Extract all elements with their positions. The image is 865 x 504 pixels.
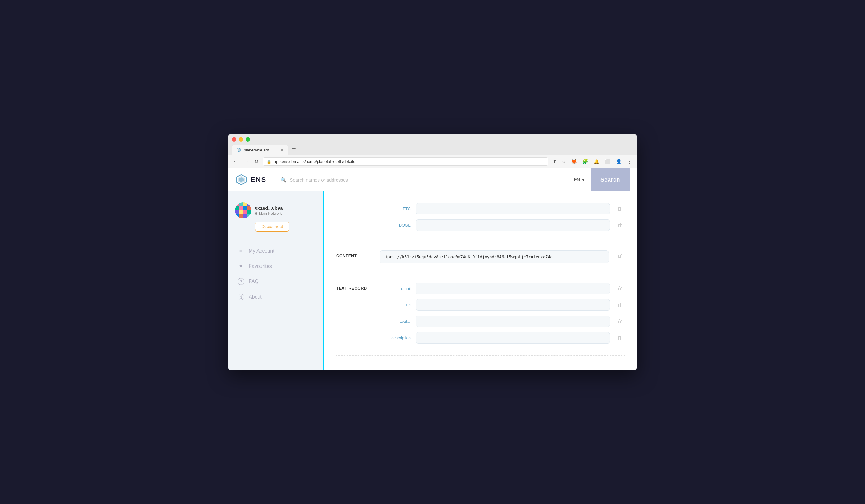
search-button[interactable]: Search [590,168,630,191]
refresh-button[interactable]: ↻ [253,158,260,165]
minimize-button[interactable] [239,137,243,141]
avatar-delete-button[interactable]: 🗑 [615,317,625,326]
sidebar-item-my-account[interactable]: ≡ My Account [232,244,318,258]
svg-rect-20 [243,214,247,219]
svg-rect-8 [243,202,247,207]
avatar-key: avatar [380,319,411,324]
crypto-section: ETC 🗑 DOGE 🗑 [336,191,625,243]
tab-close-button[interactable]: ✕ [280,148,284,152]
sidebar-label-favourites: Favourites [249,263,272,269]
avatar-input[interactable] [416,316,610,327]
ens-header: ENS 🔍 Search names or addresses EN ▼ Sea… [228,168,637,191]
ens-logo-text: ENS [251,176,266,184]
profile-button[interactable]: 👤 [614,158,623,165]
back-button[interactable]: ← [232,158,239,165]
svg-rect-21 [247,214,251,219]
heart-icon: ♥ [238,263,244,269]
content-value-input[interactable] [380,250,609,263]
email-key: email [380,286,411,291]
lang-selector[interactable]: EN ▼ [574,177,586,182]
info-icon: ℹ [238,294,244,301]
doge-delete-button[interactable]: 🗑 [615,221,625,229]
url-delete-button[interactable]: 🗑 [615,301,625,309]
puzzle-button[interactable]: 🧩 [581,158,590,165]
browser-tab[interactable]: planetable.eth ✕ [232,145,288,155]
doge-input[interactable] [416,220,610,231]
new-tab-button[interactable]: + [289,144,299,155]
account-icon: ≡ [238,248,244,254]
lock-icon: 🔒 [267,160,272,164]
etc-field-row: ETC 🗑 [380,203,625,214]
doge-key: DOGE [380,223,411,227]
text-record-row: TEXT RECORD email 🗑 url [336,278,625,348]
etc-row: ETC 🗑 DOGE 🗑 [336,199,625,235]
close-button[interactable] [232,137,236,141]
tab-title: planetable.eth [244,148,269,152]
sidebar-toggle-button[interactable]: ⬜ [603,158,612,165]
description-delete-button[interactable]: 🗑 [615,334,625,342]
doge-field-row: DOGE 🗑 [380,220,625,231]
user-details: 0x18d...6b9a Main Network [255,206,282,216]
search-container: 🔍 Search names or addresses [280,177,574,183]
svg-rect-19 [239,214,243,219]
etc-delete-button[interactable]: 🗑 [615,205,625,213]
share-button[interactable]: ⬆ [551,158,558,165]
svg-rect-14 [235,210,239,214]
header-divider [274,174,274,185]
sidebar-label-about: About [249,294,262,300]
disconnect-button[interactable]: Disconnect [255,222,289,232]
search-placeholder: Search names or addresses [290,177,348,183]
extension-fox-button[interactable]: 🦊 [570,158,578,165]
sidebar-item-favourites[interactable]: ♥ Favourites [232,259,318,273]
etc-key: ETC [380,207,411,211]
user-network: Main Network [255,211,282,216]
svg-rect-6 [235,202,239,207]
section-label-crypto [336,203,373,206]
sidebar-item-faq[interactable]: ? FAQ [232,274,318,289]
user-section: 0x18d...6b9a Main Network Disconnect [228,197,323,239]
url-key: url [380,303,411,307]
svg-rect-16 [243,210,247,214]
description-field-row: description 🗑 [380,332,625,343]
user-info: 0x18d...6b9a Main Network [235,202,282,219]
address-bar[interactable]: 🔒 app.ens.domains/name/planetable.eth/de… [263,157,548,166]
description-input[interactable] [416,332,610,343]
extension-button[interactable]: 🔔 [592,158,601,165]
sidebar-label-faq: FAQ [249,279,258,284]
svg-rect-10 [235,207,239,210]
ens-logo-icon [235,174,247,186]
avatar-field-row: avatar 🗑 [380,316,625,327]
address-text: app.ens.domains/name/planetable.eth/deta… [274,159,355,164]
menu-button[interactable]: ⋮ [626,158,633,165]
network-label: Main Network [259,211,281,216]
content-delete-button[interactable]: 🗑 [615,252,625,260]
network-dot [255,212,257,215]
content-label: CONTENT [336,250,373,258]
content-row: CONTENT 🗑 [336,250,625,263]
lang-label: EN [574,177,580,182]
url-field-row: url 🗑 [380,299,625,310]
ens-logo[interactable]: ENS [235,174,266,186]
text-record-section: TEXT RECORD email 🗑 url [336,271,625,356]
maximize-button[interactable] [245,137,250,141]
chevron-down-icon: ▼ [581,177,586,182]
email-input[interactable] [416,283,610,294]
sidebar-item-about[interactable]: ℹ About [232,290,318,304]
content-section: CONTENT 🗑 [336,243,625,271]
svg-rect-7 [239,202,243,207]
etc-input[interactable] [416,203,610,214]
svg-rect-11 [239,207,243,210]
main-content: ETC 🗑 DOGE 🗑 [324,191,637,370]
sidebar-nav: ≡ My Account ♥ Favourites ? FAQ ℹ About [228,244,323,304]
bookmark-button[interactable]: ☆ [561,158,567,165]
url-input[interactable] [416,299,610,310]
text-record-label: TEXT RECORD [336,283,373,291]
svg-rect-13 [247,207,251,210]
sidebar: 0x18d...6b9a Main Network Disconnect ≡ M… [228,191,324,370]
svg-rect-17 [247,210,251,214]
email-delete-button[interactable]: 🗑 [615,284,625,293]
svg-rect-9 [247,202,251,207]
description-key: description [380,336,411,340]
forward-button[interactable]: → [242,158,250,165]
sidebar-label-my-account: My Account [249,248,275,254]
